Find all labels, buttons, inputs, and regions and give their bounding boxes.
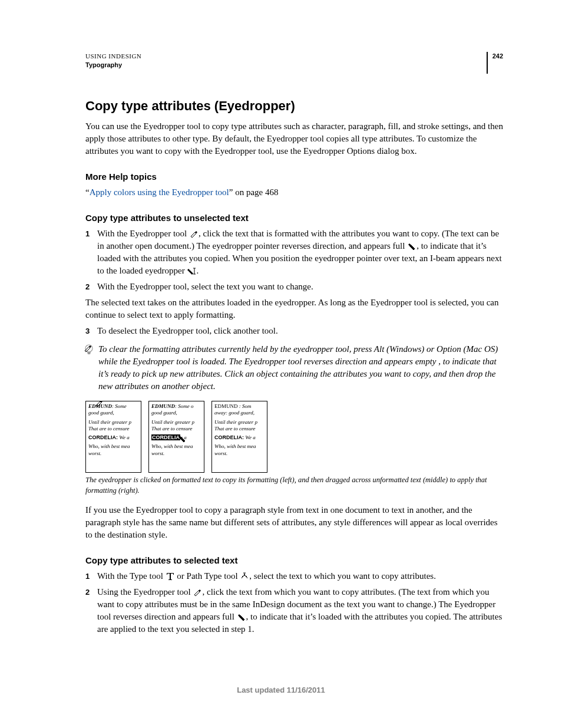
intro-paragraph: You can use the Eyedropper tool to copy …	[85, 120, 503, 157]
eyedropper-empty-icon	[189, 229, 199, 238]
type-tool-icon	[166, 571, 175, 581]
eyedropper-full-icon	[407, 241, 416, 251]
section-a-steps: With the Eyedropper tool , click the tex…	[85, 228, 503, 293]
section-b-heading: Copy type attributes to selected text	[85, 554, 503, 566]
step-2: With the Eyedropper tool, select the tex…	[85, 281, 503, 293]
section-b-steps: With the Type tool or Path Type tool , s…	[85, 570, 503, 635]
path-type-tool-icon	[240, 571, 249, 581]
more-help-heading: More Help topics	[85, 170, 503, 183]
step-1: With the Eyedropper tool , click the tex…	[85, 228, 503, 277]
eyedropper-full-icon	[177, 433, 187, 443]
section-a-heading: Copy type attributes to unselected text	[85, 212, 503, 224]
more-help-link-line: “Apply colors using the Eyedropper tool”…	[85, 186, 503, 199]
figure-panel-left: EDMUND: Some good guard, Until their gre…	[85, 401, 141, 473]
eyedropper-ibeam-icon	[187, 266, 196, 275]
eyedropper-empty-icon	[94, 401, 104, 407]
eyedropper-empty-icon	[193, 587, 202, 597]
breadcrumb: USING INDESIGN	[85, 52, 141, 61]
section-name: Typography	[85, 61, 141, 70]
section-a-para: The selected text takes on the attribute…	[85, 297, 503, 321]
step-b2: Using the Eyedropper tool , click the te…	[85, 586, 503, 635]
eyedropper-full-icon	[237, 612, 246, 621]
figure-panel-middle: EDMUND: Some o good guard, Until their g…	[148, 401, 204, 473]
step-3: To deselect the Eyedropper tool, click a…	[85, 325, 503, 337]
post-figure-paragraph: If you use the Eyedropper tool to copy a…	[85, 504, 503, 541]
page-title: Copy type attributes (Eyedropper)	[85, 97, 503, 116]
section-a-steps-cont: To deselect the Eyedropper tool, click a…	[85, 325, 503, 337]
step-b1: With the Type tool or Path Type tool , s…	[85, 570, 503, 582]
help-link[interactable]: Apply colors using the Eyedropper tool	[90, 187, 229, 197]
page-number: 242	[487, 52, 503, 74]
footer: Last updated 11/16/2011	[0, 685, 562, 696]
eyedropper-empty-icon	[83, 343, 92, 353]
tip-paragraph: To clear the formatting attributes curre…	[85, 343, 503, 393]
figure-panel-right: EDMUND : Som away: good guard, Until the…	[211, 401, 267, 473]
figure: EDMUND: Some good guard, Until their gre…	[85, 401, 503, 473]
figure-caption: The eyedropper is clicked on formatted t…	[85, 475, 503, 496]
page-header: USING INDESIGN Typography 242	[85, 52, 503, 74]
